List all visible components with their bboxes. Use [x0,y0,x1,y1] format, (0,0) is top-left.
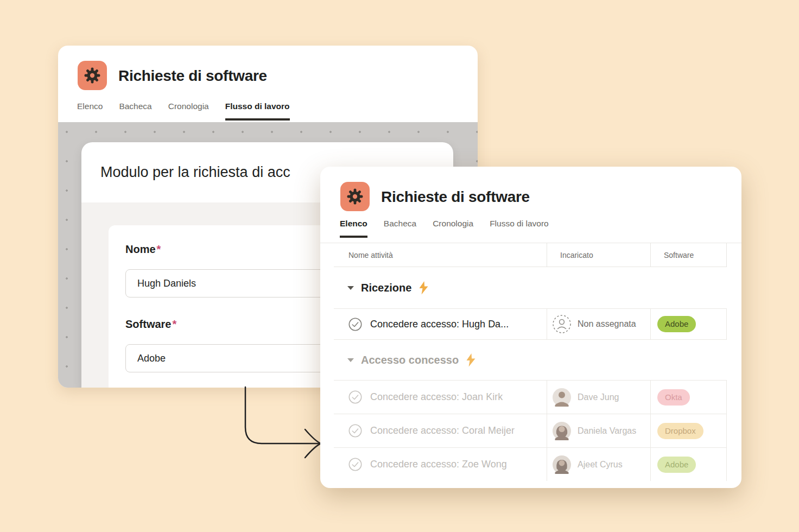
table-row[interactable]: Concedere accesso: Coral Meijer Daniela … [334,414,727,447]
tab-bacheca[interactable]: Bacheca [384,219,416,238]
screenshot-root: Richieste di software Elenco Bacheca Cro… [0,0,799,532]
task-name: Concedere accesso: Zoe Wong [370,459,507,470]
connector-arrow [233,380,331,472]
assignee-cell[interactable]: Dave Jung [547,381,650,414]
required-asterisk: * [157,243,161,255]
check-circle-icon[interactable] [348,390,362,404]
assignee-name: Daniela Vargas [578,426,636,436]
software-badge[interactable]: Okta [657,389,690,406]
page-title: Richieste di software [381,188,530,206]
task-cell: Concedere accesso: Coral Meijer [334,414,547,447]
front-window: Richieste di software Elenco Bacheca Cro… [320,167,741,488]
check-circle-icon[interactable] [348,318,362,331]
task-cell: Concedere accesso: Zoe Wong [334,448,547,481]
check-circle-icon[interactable] [348,458,362,471]
software-cell: Adobe [650,309,727,339]
section-name: Ricezione [361,282,411,294]
task-name: Concedere accesso: Coral Meijer [370,425,515,436]
assignee-name: Dave Jung [578,392,619,402]
column-header-nome-attivita[interactable]: Nome attività [334,243,547,267]
lightning-icon [466,353,476,367]
software-cell: Okta [650,381,727,414]
software-cell: Adobe [650,448,727,481]
software-badge[interactable]: Adobe [657,316,696,332]
software-badge[interactable]: Dropbox [657,423,703,439]
column-header-incaricato[interactable]: Incaricato [547,243,650,267]
table-row[interactable]: Concedere accesso: Joan Kirk Dave Jung O… [334,380,727,414]
tab-bar: Elenco Bacheca Cronologia Flusso di lavo… [77,102,290,121]
assignee-cell[interactable]: Ajeet Cyrus [547,448,650,481]
unassigned-avatar-icon [553,315,571,333]
chevron-down-icon[interactable] [347,286,354,290]
software-badge[interactable]: Adobe [657,457,696,473]
table-row[interactable]: Concedere accesso: Zoe Wong Ajeet Cyrus … [334,447,727,481]
tab-cronologia[interactable]: Cronologia [433,219,473,238]
lightning-icon [418,281,429,295]
tab-flusso-di-lavoro[interactable]: Flusso di lavoro [225,102,290,121]
task-cell: Concedere accesso: Joan Kirk [334,381,547,414]
tab-elenco[interactable]: Elenco [340,219,367,238]
tab-bar: Elenco Bacheca Cronologia Flusso di lavo… [340,219,549,238]
section-header-ricezione[interactable]: Ricezione [320,267,741,308]
software-cell: Dropbox [650,414,727,447]
check-circle-icon[interactable] [348,424,362,438]
tab-cronologia[interactable]: Cronologia [168,102,209,121]
table-header-row: Nome attività Incaricato Software [334,243,727,267]
table-body: Ricezione Concedere accesso: Hugh Da... [320,267,741,481]
task-name: Concedere accesso: Joan Kirk [370,391,503,403]
tab-flusso-di-lavoro[interactable]: Flusso di lavoro [490,219,549,238]
form-title: Modulo per la richiesta di acc [100,142,290,202]
gear-icon [346,188,364,205]
avatar [553,388,571,407]
chevron-down-icon[interactable] [347,358,354,362]
project-icon-tile [78,61,107,90]
section-header-accesso-concesso[interactable]: Accesso concesso [320,340,741,380]
assignee-name: Ajeet Cyrus [578,460,623,470]
tab-elenco[interactable]: Elenco [77,102,103,121]
section-name: Accesso concesso [361,354,459,366]
column-header-software[interactable]: Software [650,243,727,267]
project-icon-tile [340,182,370,211]
avatar [553,422,571,440]
task-cell: Concedere accesso: Hugh Da... [334,309,547,339]
task-name: Concedere accesso: Hugh Da... [370,319,509,330]
assignee-cell[interactable]: Non assegnata [547,309,650,339]
avatar [553,455,571,474]
table-row[interactable]: Concedere accesso: Hugh Da... Non assegn… [334,308,727,340]
required-asterisk: * [172,318,176,330]
page-title: Richieste di software [118,67,267,85]
assignee-cell[interactable]: Daniela Vargas [547,414,650,447]
gear-icon [84,67,101,84]
tab-bacheca[interactable]: Bacheca [119,102,151,121]
assignee-name: Non assegnata [578,319,636,329]
